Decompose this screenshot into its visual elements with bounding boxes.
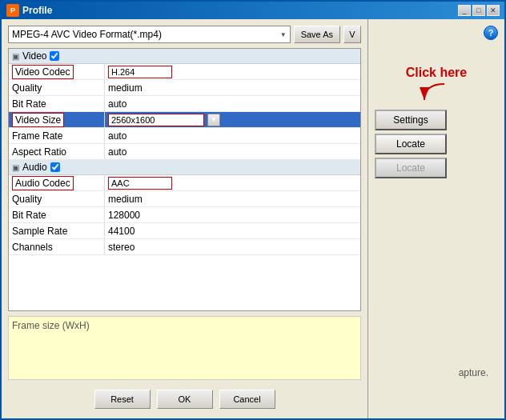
bottom-buttons: Reset OK Cancel — [8, 385, 361, 412]
profile-window: P Profile _ □ ✕ MPEG-4 AVC Video Format(… — [0, 0, 506, 420]
table-row: Video Codec — [9, 64, 360, 80]
video-size-dropdown-btn[interactable]: ▼ — [207, 114, 220, 126]
table-row: Channels stereo — [9, 239, 360, 255]
locate-button-2[interactable]: Locate — [375, 158, 447, 178]
right-panel: ? Click here Settings L — [368, 19, 504, 418]
channels-label: Channels — [12, 242, 53, 253]
prop-value-audio-codec — [105, 177, 360, 190]
table-row: Audio Codec — [9, 175, 360, 191]
maximize-button[interactable]: □ — [472, 5, 485, 16]
audio-bit-rate-label: Bit Rate — [12, 210, 46, 221]
v-button[interactable]: V — [343, 26, 361, 43]
audio-codec-input[interactable] — [108, 177, 172, 190]
help-icon[interactable]: ? — [484, 26, 498, 40]
table-row: Frame Rate auto — [9, 128, 360, 144]
prop-name-frame-rate: Frame Rate — [9, 128, 105, 143]
prop-name-aspect-ratio: Aspect Ratio — [9, 144, 105, 159]
prop-name-bit-rate: Bit Rate — [9, 96, 105, 111]
right-panel-inner: Click here Settings Locate Loca — [375, 26, 498, 178]
video-group-header: ▣ Video — [9, 49, 360, 64]
prop-name-audio-bit-rate: Bit Rate — [9, 207, 105, 222]
prop-name-audio-quality: Quality — [9, 191, 105, 206]
toolbar: MPEG-4 AVC Video Format(*.mp4) ▼ Save As… — [8, 26, 361, 43]
table-row: Quality medium — [9, 80, 360, 96]
audio-checkbox[interactable] — [50, 162, 60, 172]
frame-rate-value: auto — [108, 130, 127, 142]
reset-button[interactable]: Reset — [94, 390, 151, 409]
aspect-ratio-label: Aspect Ratio — [12, 146, 66, 158]
save-as-button[interactable]: Save As — [294, 26, 340, 43]
frame-rate-label: Frame Rate — [12, 130, 62, 142]
settings-button[interactable]: Settings — [375, 110, 447, 130]
window-icon: P — [6, 4, 19, 17]
video-codec-label: Video Codec — [12, 65, 74, 79]
table-row: Aspect Ratio auto — [9, 144, 360, 160]
prop-value-audio-bit-rate: 128000 — [105, 210, 360, 221]
format-select[interactable]: MPEG-4 AVC Video Format(*.mp4) ▼ — [8, 26, 291, 43]
prop-name-quality: Quality — [9, 80, 105, 95]
sample-rate-value: 44100 — [108, 226, 135, 237]
table-row: Quality medium — [9, 191, 360, 207]
prop-value-video-size: ▼ — [105, 114, 360, 126]
audio-quality-label: Quality — [12, 194, 42, 205]
aspect-ratio-value: auto — [108, 146, 127, 158]
table-row[interactable]: Video Size ▼ — [9, 112, 360, 128]
locate-button-1[interactable]: Locate — [375, 134, 447, 154]
audio-codec-label: Audio Codec — [12, 176, 74, 190]
table-row: Bit Rate 128000 — [9, 207, 360, 223]
quality-label: Quality — [12, 82, 42, 94]
main-content: MPEG-4 AVC Video Format(*.mp4) ▼ Save As… — [2, 19, 504, 418]
audio-section-label: Audio — [22, 162, 47, 173]
prop-name-sample-rate: Sample Rate — [9, 223, 105, 238]
prop-name-video-size: Video Size — [9, 112, 105, 127]
title-bar-buttons: _ □ ✕ — [458, 5, 500, 16]
prop-value-audio-quality: medium — [105, 194, 360, 205]
video-size-input[interactable] — [108, 114, 204, 126]
prop-value-aspect-ratio: auto — [105, 146, 360, 158]
prop-name-channels: Channels — [9, 239, 105, 254]
close-button[interactable]: ✕ — [487, 5, 500, 16]
prop-name-video-codec: Video Codec — [9, 64, 105, 79]
format-label: MPEG-4 AVC Video Format(*.mp4) — [12, 29, 162, 40]
dropdown-arrow-icon: ▼ — [280, 31, 287, 38]
arrow-icon — [416, 80, 456, 104]
prop-value-channels: stereo — [105, 242, 360, 253]
capture-text: apture. — [459, 367, 488, 378]
title-bar-left: P Profile — [6, 4, 52, 17]
minimize-button[interactable]: _ — [458, 5, 471, 16]
video-codec-input[interactable] — [108, 66, 172, 78]
left-panel: MPEG-4 AVC Video Format(*.mp4) ▼ Save As… — [2, 19, 368, 418]
audio-expand-icon[interactable]: ▣ — [12, 163, 19, 172]
video-expand-icon[interactable]: ▣ — [12, 52, 19, 61]
ok-button[interactable]: OK — [157, 390, 213, 409]
prop-name-audio-codec: Audio Codec — [9, 175, 105, 190]
prop-value-video-codec — [105, 66, 360, 78]
sample-rate-label: Sample Rate — [12, 226, 67, 237]
video-checkbox[interactable] — [50, 51, 59, 61]
description-box: Frame size (WxH) — [8, 316, 361, 380]
video-size-label: Video Size — [12, 113, 64, 127]
prop-value-frame-rate: auto — [105, 130, 360, 142]
audio-quality-value: medium — [108, 194, 143, 205]
audio-group-header: ▣ Audio — [9, 160, 360, 175]
arrow-container — [375, 80, 498, 106]
table-row: Bit Rate auto — [9, 96, 360, 112]
click-here-text: Click here — [375, 66, 498, 80]
quality-value: medium — [108, 82, 143, 94]
bit-rate-value: auto — [108, 98, 127, 110]
properties-table: ▣ Video Video Codec Quality — [8, 48, 361, 311]
prop-value-quality: medium — [105, 82, 360, 94]
prop-value-bit-rate: auto — [105, 98, 360, 110]
prop-value-sample-rate: 44100 — [105, 226, 360, 237]
channels-value: stereo — [108, 242, 135, 253]
cancel-button[interactable]: Cancel — [219, 390, 275, 409]
video-section-label: Video — [22, 50, 46, 62]
title-bar: P Profile _ □ ✕ — [2, 2, 504, 19]
audio-bit-rate-value: 128000 — [108, 210, 140, 221]
bit-rate-label: Bit Rate — [12, 98, 46, 110]
description-text: Frame size (WxH) — [12, 320, 90, 331]
window-title: Profile — [22, 5, 52, 16]
table-row: Sample Rate 44100 — [9, 223, 360, 239]
